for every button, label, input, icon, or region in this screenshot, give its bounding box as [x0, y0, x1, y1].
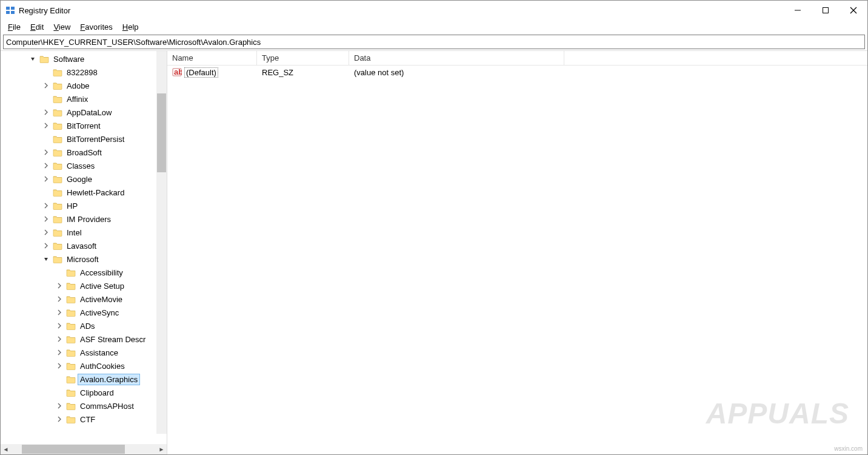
window-buttons	[784, 1, 867, 20]
maximize-button[interactable]	[812, 1, 840, 20]
chevron-right-icon[interactable]	[43, 229, 52, 235]
tree-item-label: Lavasoft	[65, 241, 98, 251]
tree-item-label: Adobe	[65, 81, 92, 91]
address-bar[interactable]	[3, 35, 865, 49]
tree-item-google[interactable]: Google	[1, 172, 167, 186]
tree-item-label: AuthCookies	[78, 361, 127, 371]
chevron-right-icon[interactable]	[56, 363, 65, 369]
watermark: APPUALS	[706, 397, 849, 430]
chevron-down-icon[interactable]	[43, 256, 52, 262]
tree-item-asf-stream-descr[interactable]: ASF Stream Descr	[1, 332, 167, 346]
chevron-right-icon[interactable]	[43, 243, 52, 249]
registry-editor-window: Registry Editor File Edit View Favorites…	[0, 0, 868, 455]
menu-file[interactable]: File	[4, 21, 24, 33]
titlebar[interactable]: Registry Editor	[1, 1, 867, 20]
scrollbar-track[interactable]	[11, 444, 156, 454]
address-input[interactable]	[6, 38, 862, 47]
chevron-right-icon[interactable]	[56, 309, 65, 315]
tree-item-hp[interactable]: HP	[1, 199, 167, 212]
tree-item-bittorrent[interactable]: BitTorrent	[1, 119, 167, 132]
chevron-right-icon[interactable]	[56, 323, 65, 329]
column-header-data[interactable]: Data	[349, 51, 564, 65]
chevron-right-icon[interactable]	[43, 83, 52, 89]
tree-item-label: CommsAPHost	[78, 401, 136, 411]
tree-item-label: Intel	[65, 228, 84, 238]
menu-help[interactable]: Help	[119, 21, 142, 33]
chevron-right-icon[interactable]	[56, 349, 65, 356]
tree-item-avalon-graphics[interactable]: Avalon.Graphics	[1, 372, 167, 386]
tree-item-label: ActiveMovie	[78, 294, 124, 305]
values-pane: Name Type Data ab(Default)REG_SZ(value n…	[167, 51, 867, 454]
tree-item-hewlett-packard[interactable]: Hewlett-Packard	[1, 186, 167, 199]
value-row[interactable]: ab(Default)REG_SZ(value not set)	[167, 66, 867, 79]
tree-item-commsaphost[interactable]: CommsAPHost	[1, 399, 167, 413]
minimize-button[interactable]	[784, 1, 812, 20]
scrollbar-thumb[interactable]	[22, 445, 125, 454]
tree-scroll[interactable]: Software8322898AdobeAffinixAppDataLowBit…	[1, 51, 167, 444]
svg-text:ab: ab	[174, 67, 182, 76]
chevron-right-icon[interactable]	[56, 416, 65, 422]
tree-item-microsoft[interactable]: Microsoft	[1, 252, 167, 266]
tree-item-lavasoft[interactable]: Lavasoft	[1, 239, 167, 252]
tree-item-intel[interactable]: Intel	[1, 226, 167, 239]
tree-item-broadsoft[interactable]: BroadSoft	[1, 146, 167, 159]
tree-item-8322898[interactable]: 8322898	[1, 66, 167, 79]
list-rows: ab(Default)REG_SZ(value not set)	[167, 66, 867, 79]
tree-item-activemovie[interactable]: ActiveMovie	[1, 292, 167, 306]
tree-item-accessibility[interactable]: Accessibility	[1, 266, 167, 279]
scroll-right-icon[interactable]: ►	[156, 444, 167, 454]
chevron-right-icon[interactable]	[43, 123, 52, 129]
tree-item-ads[interactable]: ADs	[1, 319, 167, 332]
chevron-right-icon[interactable]	[56, 403, 65, 409]
svg-rect-5	[823, 8, 829, 13]
scrollbar-thumb[interactable]	[157, 93, 166, 172]
tree-item-label: ASF Stream Descr	[78, 334, 147, 345]
chevron-right-icon[interactable]	[43, 163, 52, 169]
content-area: Software8322898AdobeAffinixAppDataLowBit…	[1, 50, 867, 454]
chevron-right-icon[interactable]	[43, 109, 52, 115]
registry-tree[interactable]: Software8322898AdobeAffinixAppDataLowBit…	[1, 51, 167, 426]
tree-item-appdatalow[interactable]: AppDataLow	[1, 106, 167, 119]
tree-horizontal-scrollbar[interactable]: ◄ ►	[1, 444, 167, 454]
tree-item-assistance[interactable]: Assistance	[1, 346, 167, 359]
chevron-right-icon[interactable]	[56, 336, 65, 342]
attribution-text: wsxin.com	[834, 445, 863, 452]
tree-item-ctf[interactable]: CTF	[1, 413, 167, 426]
chevron-down-icon[interactable]	[30, 56, 38, 62]
tree-item-activesync[interactable]: ActiveSync	[1, 306, 167, 319]
tree-item-authcookies[interactable]: AuthCookies	[1, 359, 167, 372]
chevron-right-icon[interactable]	[56, 296, 65, 302]
chevron-right-icon[interactable]	[43, 203, 52, 209]
regedit-icon	[5, 5, 15, 15]
tree-item-classes[interactable]: Classes	[1, 159, 167, 172]
tree-item-label: Affinix	[65, 94, 90, 104]
menu-favorites[interactable]: Favorites	[76, 21, 116, 33]
tree-item-bittorrentpersist[interactable]: BitTorrentPersist	[1, 132, 167, 146]
menu-view[interactable]: View	[50, 21, 74, 33]
column-header-type[interactable]: Type	[257, 51, 349, 65]
scroll-left-icon[interactable]: ◄	[1, 444, 11, 454]
column-header-name[interactable]: Name	[167, 51, 257, 65]
chevron-right-icon[interactable]	[43, 149, 52, 155]
chevron-right-icon[interactable]	[43, 216, 52, 222]
chevron-right-icon[interactable]	[56, 283, 65, 289]
tree-vertical-scrollbar[interactable]	[156, 51, 167, 434]
value-type: REG_SZ	[262, 68, 293, 77]
tree-item-label: BitTorrent	[65, 121, 102, 131]
close-button[interactable]	[840, 1, 867, 20]
value-data: (value not set)	[354, 68, 404, 77]
tree-item-label: Assistance	[78, 348, 120, 358]
tree-item-clipboard[interactable]: Clipboard	[1, 386, 167, 399]
tree-item-label: Google	[65, 174, 94, 184]
tree-pane: Software8322898AdobeAffinixAppDataLowBit…	[1, 51, 167, 454]
menu-edit[interactable]: Edit	[27, 21, 47, 33]
tree-item-software[interactable]: Software	[1, 52, 167, 66]
tree-item-im-providers[interactable]: IM Providers	[1, 212, 167, 226]
tree-item-label: Classes	[65, 161, 96, 171]
tree-item-label: Accessibility	[78, 268, 125, 278]
tree-item-active-setup[interactable]: Active Setup	[1, 279, 167, 292]
chevron-right-icon[interactable]	[43, 176, 52, 182]
tree-item-affinix[interactable]: Affinix	[1, 92, 167, 106]
tree-item-label: BroadSoft	[65, 147, 104, 158]
tree-item-adobe[interactable]: Adobe	[1, 79, 167, 92]
